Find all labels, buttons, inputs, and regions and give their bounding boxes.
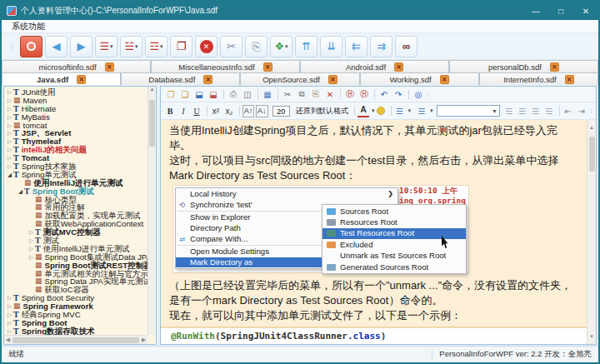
align-left-button[interactable]: ☰ [503, 105, 515, 117]
chevron-down-icon[interactable]: ▾ [110, 43, 113, 50]
minimize-button[interactable]: — [523, 2, 548, 20]
scroll-up-icon[interactable]: ▲ [589, 120, 594, 135]
nav-back-button[interactable]: ◀ [45, 36, 68, 57]
expander-closed-icon[interactable]: ▷ [28, 245, 35, 253]
expander-closed-icon[interactable]: ▷ [6, 137, 13, 146]
move-up-button[interactable]: ⇈ [295, 36, 318, 57]
indent-increase-button[interactable]: ⇥ [576, 105, 588, 117]
scroll-up-icon[interactable]: ▲ [148, 87, 156, 92]
bold-button[interactable]: B [164, 105, 176, 117]
heading-end-button[interactable]: Ⓗ [358, 88, 371, 101]
tab-close-icon[interactable]: ✕ [440, 75, 449, 84]
font-size-input[interactable]: 20 [272, 106, 291, 117]
open-from-db-button[interactable]: ❏ [178, 88, 192, 101]
tab-database-sdf[interactable]: Database.sdf✕ [121, 72, 240, 85]
tab-microsoftinfo-sdf[interactable]: microsoftinfo.sdf✕ [2, 60, 151, 72]
cut-node-button[interactable]: ✂ [220, 36, 242, 57]
shrink-font-button[interactable]: A↓ [256, 105, 268, 117]
expander-closed-icon[interactable]: ▷ [6, 294, 13, 302]
toolbar-overflow-icon[interactable]: ⁞ [428, 91, 429, 98]
tab-close-icon[interactable]: ✕ [203, 75, 212, 84]
insert-image-button[interactable]: ▦ [261, 88, 274, 101]
scroll-thumb[interactable] [589, 137, 595, 172]
move-node-button[interactable]: ❖▾ [270, 36, 292, 57]
expander-closed-icon[interactable]: ▷ [6, 162, 13, 171]
numbered-list-button[interactable]: ☰ [416, 105, 428, 117]
copy-node-button[interactable]: ❐ [170, 36, 192, 57]
grow-font-button[interactable]: A↑ [242, 105, 254, 117]
expander-closed-icon[interactable]: ▷ [6, 302, 13, 311]
tab-android-sdf[interactable]: Android.sdf✕ [300, 60, 449, 72]
underline-button[interactable]: U [191, 105, 202, 117]
tree-vertical-scrollbar[interactable]: ▲ [148, 87, 156, 335]
tab-close-icon[interactable]: ✕ [77, 75, 86, 84]
expander-closed-icon[interactable]: ▷ [28, 228, 35, 237]
nav-forward-button[interactable]: ▶ [70, 36, 92, 57]
expander-closed-icon[interactable]: ▷ [28, 253, 35, 262]
chevron-down-icon[interactable]: ▾ [285, 43, 288, 50]
tree-horizontal-scrollbar[interactable]: ◀ ▶ [4, 335, 148, 344]
chevron-down-icon[interactable]: ▾ [408, 107, 412, 114]
search-button[interactable]: ∞ [395, 36, 418, 57]
next-result-button[interactable]: ⇉ [370, 36, 392, 57]
style-combobox[interactable]: ▼ [437, 105, 500, 117]
expander-closed-icon[interactable]: ▷ [6, 311, 13, 319]
scroll-thumb[interactable] [149, 100, 155, 147]
exit-button[interactable] [20, 36, 42, 57]
close-button[interactable]: ✕ [573, 2, 598, 20]
tab-java-sdf[interactable]: Java.sdf✕ [2, 72, 121, 85]
tab-close-icon[interactable]: ✕ [565, 75, 574, 84]
expander-closed-icon[interactable]: ▷ [6, 97, 13, 105]
scroll-right-icon[interactable]: ▶ [142, 337, 146, 343]
align-justify-button[interactable]: ☰ [543, 105, 555, 117]
expander-closed-icon[interactable]: ▷ [6, 122, 13, 130]
add-sibling-node-button[interactable]: ☰▾ [95, 36, 118, 57]
restore-format-button[interactable]: 还原到默认格式 [296, 106, 348, 117]
search-button[interactable]: ◎ [412, 88, 425, 101]
expander-closed-icon[interactable]: ▷ [6, 105, 13, 113]
redo-button[interactable]: ↷ [392, 88, 405, 101]
tab-personaldb-sdf[interactable]: personalDb.sdf✕ [449, 60, 598, 72]
superscript-button[interactable]: x² [210, 105, 222, 117]
chevron-down-icon[interactable]: ▾ [135, 43, 138, 50]
expander-closed-icon[interactable]: ▷ [6, 154, 13, 162]
expander-closed-icon[interactable]: ▷ [6, 319, 13, 327]
insert-node-button[interactable]: ☲▾ [145, 36, 168, 57]
tree-item[interactable]: ▷T测试MVC控制器 [6, 228, 147, 237]
tab-miscellaneousinfo-sdf[interactable]: MiscellaneousInfo.sdf✕ [151, 60, 300, 72]
delete-button[interactable]: ✕ [323, 88, 337, 101]
save-as-button[interactable]: ⬓ [207, 88, 220, 101]
subscript-button[interactable]: x₂ [223, 105, 235, 117]
font-color-button[interactable]: A [358, 105, 369, 117]
expander-closed-icon[interactable]: ▷ [6, 88, 13, 97]
tab-close-icon[interactable]: ✕ [550, 62, 559, 72]
open-button[interactable]: ❐ [164, 88, 178, 101]
scroll-down-icon[interactable]: ▼ [589, 329, 594, 344]
expander-closed-icon[interactable]: ▷ [6, 146, 13, 154]
tab-close-icon[interactable]: ✕ [394, 62, 403, 72]
italic-button[interactable]: I [178, 105, 189, 117]
tab-close-icon[interactable]: ✕ [263, 62, 272, 72]
prev-result-button[interactable]: ⇇ [345, 36, 368, 57]
toolbar-overflow-icon[interactable]: ⁞ [591, 107, 592, 115]
expander-open-icon[interactable]: ◢ [6, 171, 13, 179]
expander-closed-icon[interactable]: ▷ [6, 129, 13, 137]
add-child-node-button[interactable]: ☱▾ [120, 36, 142, 57]
highlight-color-button[interactable] [375, 105, 387, 117]
tab-opensource-sdf[interactable]: OpenSource.sdf✕ [240, 72, 359, 85]
tab-close-icon[interactable]: ✕ [328, 75, 338, 84]
move-down-button[interactable]: ⇊ [320, 36, 342, 57]
paste-node-button[interactable]: ⎘ [245, 36, 268, 57]
tab-close-icon[interactable]: ✕ [105, 62, 114, 72]
indent-decrease-button[interactable]: ⇤ [562, 105, 574, 117]
menu-system[interactable]: 系统功能 [7, 21, 50, 32]
expander-closed-icon[interactable]: ▷ [6, 113, 13, 122]
print-preview-button[interactable]: ◫ [241, 88, 254, 101]
bullet-list-button[interactable]: ☰ [394, 105, 406, 117]
scroll-left-icon[interactable]: ◀ [6, 337, 10, 343]
expander-open-icon[interactable]: ◢ [17, 187, 24, 196]
expander-closed-icon[interactable]: ▷ [28, 237, 35, 245]
scroll-thumb[interactable] [12, 337, 139, 343]
delete-node-button[interactable]: ✕ [195, 36, 218, 57]
undo-button[interactable]: ↶ [378, 88, 391, 101]
